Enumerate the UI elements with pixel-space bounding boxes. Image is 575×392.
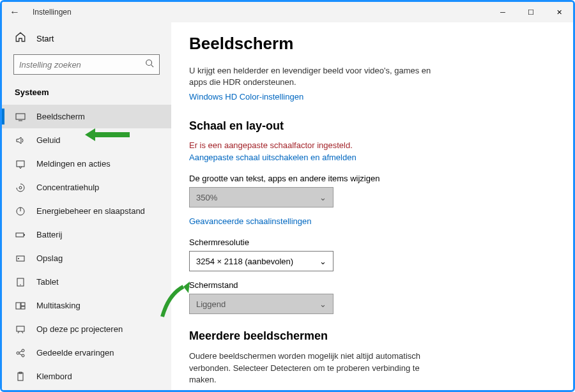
hdr-description: U krijgt een helderder en levendiger bee… xyxy=(189,65,445,88)
main-content: Beeldscherm U krijgt een helderder en le… xyxy=(171,22,573,390)
battery-icon xyxy=(15,230,26,240)
nav-opslag[interactable]: Opslag xyxy=(2,246,171,270)
advanced-scale-link[interactable]: Geavanceerde schaalinstellingen xyxy=(189,216,312,226)
textsize-dropdown: 350% ⌄ xyxy=(189,187,334,207)
svg-point-11 xyxy=(18,258,19,259)
svg-line-21 xyxy=(19,351,22,352)
annotation-arrow xyxy=(85,127,130,142)
svg-rect-4 xyxy=(17,161,24,167)
orientation-dropdown: Liggend ⌄ xyxy=(189,294,334,314)
svg-point-19 xyxy=(22,349,24,352)
resolution-dropdown[interactable]: 3254 × 2118 (aanbevolen) ⌄ xyxy=(189,251,334,271)
svg-point-20 xyxy=(22,354,24,357)
svg-rect-2 xyxy=(16,114,25,119)
search-input[interactable] xyxy=(19,60,145,70)
nav-batterij[interactable]: Batterij xyxy=(2,223,171,246)
svg-rect-10 xyxy=(17,256,24,261)
titlebar: ← Instellingen ─ ☐ ✕ xyxy=(2,2,573,22)
multidisplay-heading: Meerdere beeldschermen xyxy=(189,329,555,343)
nav-ervaringen[interactable]: Gedeelde ervaringen xyxy=(2,341,171,365)
svg-point-0 xyxy=(146,60,152,66)
sidebar: Start Systeem Beeldscherm Geluid Melding… xyxy=(2,22,171,390)
nav-meldingen[interactable]: Meldingen en acties xyxy=(2,152,171,176)
svg-rect-17 xyxy=(17,326,24,331)
search-box[interactable] xyxy=(13,54,160,75)
textsize-value: 350% xyxy=(196,193,217,202)
sound-icon xyxy=(15,135,26,146)
project-icon xyxy=(15,324,26,335)
svg-rect-8 xyxy=(16,233,24,237)
disable-scale-link[interactable]: Aangepaste schaal uitschakelen en afmeld… xyxy=(189,153,356,162)
shared-icon xyxy=(15,348,26,358)
home-button[interactable]: Start xyxy=(2,27,171,52)
close-button[interactable]: ✕ xyxy=(545,2,573,22)
chevron-down-icon: ⌄ xyxy=(319,299,326,309)
annotation-arrow xyxy=(159,282,191,320)
svg-point-13 xyxy=(20,284,20,285)
nav-energiebeheer[interactable]: Energiebeheer en slaapstand xyxy=(2,199,171,223)
scale-heading: Schaal en lay-out xyxy=(189,119,555,133)
back-button[interactable]: ← xyxy=(2,6,27,18)
svg-rect-14 xyxy=(16,303,20,309)
storage-icon xyxy=(15,253,26,264)
chevron-down-icon: ⌄ xyxy=(319,193,326,202)
tablet-icon xyxy=(15,277,26,287)
svg-line-22 xyxy=(19,354,22,355)
focus-icon xyxy=(15,183,26,193)
nav-projecteren[interactable]: Op deze pc projecteren xyxy=(2,317,171,341)
window-title: Instellingen xyxy=(27,8,489,17)
svg-rect-15 xyxy=(21,303,25,306)
home-label: Start xyxy=(36,34,54,43)
power-icon xyxy=(15,206,26,216)
clipboard-icon xyxy=(15,372,26,382)
nav-beeldscherm[interactable]: Beeldscherm xyxy=(2,105,171,128)
notifications-icon xyxy=(15,159,26,169)
nav-concentratiehulp[interactable]: Concentratiehulp xyxy=(2,176,171,199)
nav-multitasking[interactable]: Multitasking xyxy=(2,294,171,317)
svg-marker-26 xyxy=(183,282,190,293)
chevron-down-icon: ⌄ xyxy=(319,257,326,266)
orientation-value: Liggend xyxy=(196,299,226,309)
search-icon xyxy=(145,59,154,70)
nav-klembord[interactable]: Klembord xyxy=(2,365,171,388)
minimize-button[interactable]: ─ xyxy=(489,2,517,22)
textsize-label: De grootte van tekst, apps en andere ite… xyxy=(189,174,555,183)
svg-point-18 xyxy=(17,352,19,354)
resolution-label: Schermresolutie xyxy=(189,237,555,247)
section-label: Systeem xyxy=(2,85,171,105)
orientation-label: Schermstand xyxy=(189,280,555,290)
svg-marker-25 xyxy=(85,128,130,141)
display-icon xyxy=(15,112,26,122)
nav-tablet[interactable]: Tablet xyxy=(2,270,171,294)
svg-rect-23 xyxy=(18,373,23,381)
svg-point-5 xyxy=(19,186,22,189)
svg-rect-16 xyxy=(21,306,25,309)
page-title: Beeldscherm xyxy=(189,34,555,54)
hdr-settings-link[interactable]: Windows HD Color-instellingen xyxy=(189,92,303,102)
home-icon xyxy=(15,31,26,45)
resolution-value: 3254 × 2118 (aanbevolen) xyxy=(196,257,293,266)
multitasking-icon xyxy=(15,301,26,311)
svg-rect-9 xyxy=(24,234,25,236)
maximize-button[interactable]: ☐ xyxy=(517,2,545,22)
svg-line-1 xyxy=(151,65,154,68)
multidisplay-text: Oudere beeldschermen worden mogelijk nie… xyxy=(189,351,445,386)
scale-warning: Er is een aangepaste schaalfactor ingest… xyxy=(189,140,555,150)
